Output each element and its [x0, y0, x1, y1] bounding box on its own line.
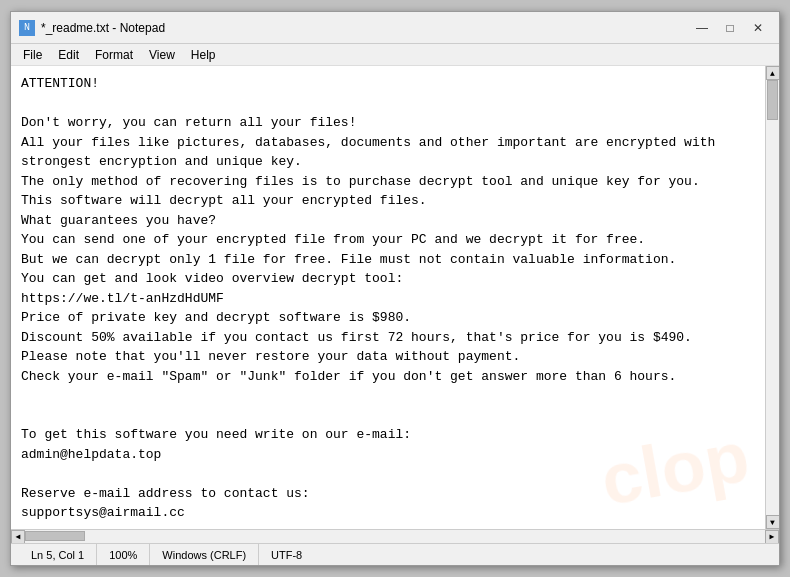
scroll-track-vertical[interactable]: [766, 80, 779, 515]
scroll-up-button[interactable]: ▲: [766, 66, 780, 80]
menu-bar: File Edit Format View Help: [11, 44, 779, 66]
scroll-thumb-vertical[interactable]: [767, 80, 778, 120]
zoom-text: 100%: [109, 549, 137, 561]
title-bar: N *_readme.txt - Notepad — □ ✕: [11, 12, 779, 44]
notepad-window: N *_readme.txt - Notepad — □ ✕ File Edit…: [10, 11, 780, 566]
status-line-ending: Windows (CRLF): [150, 544, 259, 565]
line-col-text: Ln 5, Col 1: [31, 549, 84, 561]
window-controls: — □ ✕: [689, 18, 771, 38]
window-title: *_readme.txt - Notepad: [41, 21, 689, 35]
menu-edit[interactable]: Edit: [50, 46, 87, 64]
text-editor[interactable]: [11, 66, 765, 529]
scroll-right-button[interactable]: ▶: [765, 530, 779, 544]
menu-help[interactable]: Help: [183, 46, 224, 64]
scroll-left-button[interactable]: ◀: [11, 530, 25, 544]
horizontal-scrollbar[interactable]: ◀ ▶: [11, 529, 779, 543]
close-button[interactable]: ✕: [745, 18, 771, 38]
status-bar: Ln 5, Col 1 100% Windows (CRLF) UTF-8: [11, 543, 779, 565]
maximize-button[interactable]: □: [717, 18, 743, 38]
menu-view[interactable]: View: [141, 46, 183, 64]
vertical-scrollbar[interactable]: ▲ ▼: [765, 66, 779, 529]
scroll-down-button[interactable]: ▼: [766, 515, 780, 529]
scroll-track-horizontal[interactable]: [25, 530, 765, 543]
app-icon: N: [19, 20, 35, 36]
status-line-col: Ln 5, Col 1: [19, 544, 97, 565]
menu-format[interactable]: Format: [87, 46, 141, 64]
status-zoom: 100%: [97, 544, 150, 565]
minimize-button[interactable]: —: [689, 18, 715, 38]
status-encoding: UTF-8: [259, 544, 314, 565]
editor-area: clop ▲ ▼: [11, 66, 779, 529]
line-ending-text: Windows (CRLF): [162, 549, 246, 561]
scroll-thumb-horizontal[interactable]: [25, 531, 85, 541]
menu-file[interactable]: File: [15, 46, 50, 64]
encoding-text: UTF-8: [271, 549, 302, 561]
bottom-area: ◀ ▶ Ln 5, Col 1 100% Windows (CRLF) UTF-…: [11, 529, 779, 565]
app-icon-letter: N: [24, 22, 30, 33]
